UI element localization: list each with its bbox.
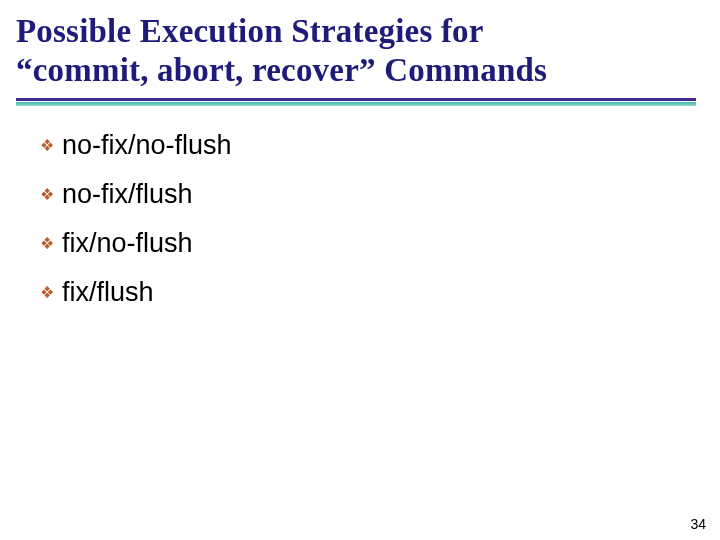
list-item: ❖ no-fix/flush <box>40 179 720 210</box>
title-line-1: Possible Execution Strategies for <box>16 13 484 49</box>
bullet-text: no-fix/flush <box>62 179 193 210</box>
title-line-2: “commit, abort, recover” Commands <box>16 52 547 88</box>
diamond-bullet-icon: ❖ <box>40 236 54 252</box>
content-area: ❖ no-fix/no-flush ❖ no-fix/flush ❖ fix/n… <box>0 106 720 308</box>
divider <box>16 98 696 106</box>
divider-line-purple <box>16 98 696 101</box>
list-item: ❖ no-fix/no-flush <box>40 130 720 161</box>
slide-title: Possible Execution Strategies for “commi… <box>0 12 720 98</box>
bullet-text: fix/flush <box>62 277 154 308</box>
diamond-bullet-icon: ❖ <box>40 187 54 203</box>
list-item: ❖ fix/no-flush <box>40 228 720 259</box>
bullet-text: no-fix/no-flush <box>62 130 232 161</box>
diamond-bullet-icon: ❖ <box>40 138 54 154</box>
list-item: ❖ fix/flush <box>40 277 720 308</box>
slide: Possible Execution Strategies for “commi… <box>0 0 720 540</box>
diamond-bullet-icon: ❖ <box>40 285 54 301</box>
bullet-text: fix/no-flush <box>62 228 193 259</box>
page-number: 34 <box>690 516 706 532</box>
